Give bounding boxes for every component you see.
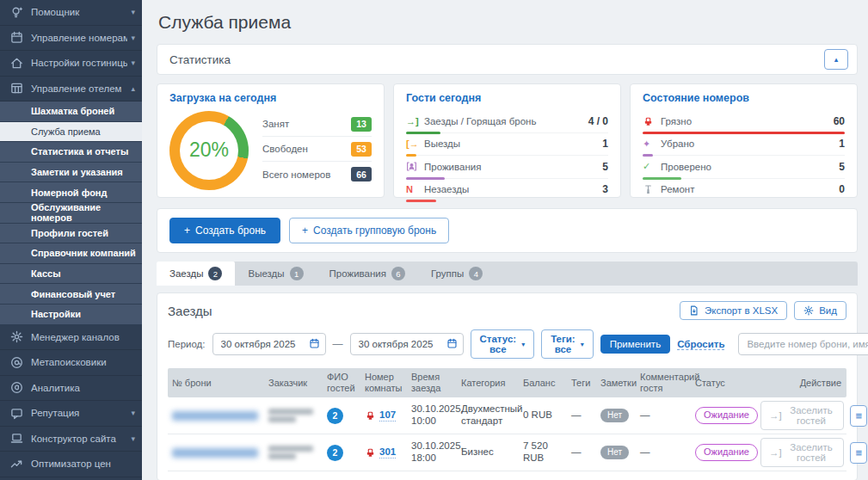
calendar-icon[interactable] <box>309 338 320 349</box>
reputation-icon <box>10 407 23 420</box>
room-number-link[interactable]: 301 <box>379 446 396 459</box>
tags-filter-label: Теги: все <box>551 334 576 354</box>
reset-filters-link[interactable]: Сбросить <box>677 339 724 350</box>
row-menu-button[interactable]: ≡ <box>850 442 867 464</box>
gear-icon <box>803 305 814 316</box>
site-builder-icon <box>10 432 23 445</box>
checkin-icon: →] <box>769 410 782 421</box>
stat-cards-row: Загрузка на сегодня 20% Занят13Свободен5… <box>157 83 858 198</box>
client-name-redacted <box>268 453 296 459</box>
sidebar-subitem[interactable]: Служба приема <box>0 122 142 143</box>
sidebar-subitem[interactable]: Обслуживание номеров <box>0 203 142 224</box>
tab-item[interactable]: Проживания6 <box>317 262 418 286</box>
search-input[interactable] <box>738 333 868 355</box>
tab-item[interactable]: Выезды1 <box>235 262 316 286</box>
stat-row: ✓Проверено5 <box>643 156 845 179</box>
sidebar-item[interactable]: Репутация▾ <box>0 401 142 427</box>
sidebar-item[interactable]: Менеджер каналов <box>0 325 142 351</box>
sidebar-submenu: Шахматка бронейСлужба приемаСтатистика и… <box>0 102 142 325</box>
guests-count-cell: 2 <box>323 441 360 465</box>
stat-row-label: Заезды / Горящая бронь <box>421 116 588 126</box>
check-in-guests-button[interactable]: →]Заселить гостей <box>760 401 844 430</box>
sidebar-item[interactable]: Оптимизатор цен <box>0 452 142 477</box>
category-cell: Бизнес <box>457 443 519 462</box>
tab-item[interactable]: Группы4 <box>418 262 496 286</box>
sidebar-subitem[interactable]: Заметки и указания <box>0 163 142 183</box>
tags-filter-dropdown[interactable]: Теги: все ▾ <box>541 329 594 359</box>
tab-active[interactable]: Заезды2 <box>157 262 235 286</box>
tab-count-badge: 6 <box>391 267 405 280</box>
rooms-state-card-title: Состояние номеров <box>643 92 845 104</box>
stat-row: NНезаезды3 <box>406 179 608 202</box>
create-group-booking-label: Создать групповую бронь <box>313 225 436 237</box>
column-header: Номер комнаты <box>360 368 407 397</box>
sidebar-item[interactable]: Настройки гостиницы▾ <box>0 51 142 77</box>
room-number-cell: 301 <box>360 443 407 463</box>
tab-count-badge: 1 <box>290 267 304 280</box>
check-in-guests-button[interactable]: →]Заселить гостей <box>760 438 844 467</box>
sidebar-subitem[interactable]: Настройки <box>0 305 142 325</box>
page-title: Служба приема <box>158 12 858 33</box>
tags-cell: — <box>567 406 596 425</box>
tab-label: Проживания <box>329 268 386 279</box>
chevron-down-icon: ▾ <box>131 434 135 443</box>
table-row: 210730.10.2025,10:00Двухместный стандарт… <box>168 397 846 434</box>
create-group-booking-button[interactable]: + Создать групповую бронь <box>289 218 449 243</box>
create-booking-button[interactable]: + Создать бронь <box>169 218 280 243</box>
column-header: Время заезда <box>407 368 457 397</box>
apply-filters-button[interactable]: Применить <box>600 335 670 354</box>
booking-number-redacted <box>172 448 258 458</box>
check-in-guests-label: Заселить гостей <box>787 442 836 463</box>
repair-icon <box>643 184 657 195</box>
sidebar-subitem[interactable]: Шахматка броней <box>0 102 142 122</box>
tab-count-badge: 4 <box>469 267 483 280</box>
sidebar-subitem[interactable]: Статистика и отчеты <box>0 142 142 163</box>
sidebar: Помощник▾Управление номерами▾Настройки г… <box>0 0 142 480</box>
rooms-state-card: Состояние номеров Грязно60✦Убрано1✓Прове… <box>630 83 858 198</box>
status-filter-label: Статус: все <box>480 334 517 354</box>
plus-icon: + <box>302 225 308 237</box>
sidebar-item[interactable]: Управление отелем▴ <box>0 77 142 102</box>
room-number-link[interactable]: 107 <box>379 409 396 422</box>
chevron-down-icon: ▾ <box>131 34 135 42</box>
stat-row: →]Заезды / Горящая бронь4 / 0 <box>406 110 608 133</box>
occupancy-legend-label: Занят <box>262 119 289 129</box>
export-xlsx-button[interactable]: Экспорт в XLSX <box>680 301 787 320</box>
sidebar-item-label: Метапоисковики <box>31 357 135 367</box>
sidebar-item[interactable]: Метапоисковики <box>0 350 142 376</box>
view-settings-label: Вид <box>819 305 837 316</box>
sidebar-item[interactable]: Конструктор сайта▾ <box>0 427 142 452</box>
category-cell: Двухместный стандарт <box>457 400 519 431</box>
chevron-up-icon: ▴ <box>131 84 135 93</box>
dirty-icon <box>365 446 376 458</box>
sidebar-subitem[interactable]: Профили гостей <box>0 224 142 244</box>
chevron-down-icon: ▾ <box>521 341 525 348</box>
row-menu-button[interactable]: ≡ <box>850 405 867 427</box>
sidebar-subitem[interactable]: Кассы <box>0 264 142 285</box>
column-header: Комментарий гостя <box>636 368 691 397</box>
notes-cell: Нет <box>596 442 636 463</box>
occupancy-legend-label: Свободен <box>262 144 308 154</box>
chevron-down-icon: ▾ <box>131 409 135 417</box>
tab-label: Заезды <box>169 268 203 279</box>
checkout-icon: [→ <box>406 138 421 149</box>
status-filter-dropdown[interactable]: Статус: все ▾ <box>471 329 535 359</box>
view-settings-button[interactable]: Вид <box>794 301 846 320</box>
sidebar-subitem[interactable]: Номерной фонд <box>0 182 142 203</box>
sidebar-item[interactable]: Помощник▾ <box>0 0 142 26</box>
sidebar-item[interactable]: Аналитика <box>0 376 142 402</box>
occupancy-count-badge: 66 <box>351 167 372 182</box>
sidebar-item[interactable]: Управление номерами▾ <box>0 26 142 52</box>
checkin-time-cell: 30.10.2025,18:00 <box>407 437 457 468</box>
assistant-icon <box>10 6 23 19</box>
sidebar-subitem[interactable]: Финансовый учет <box>0 284 142 305</box>
booking-number-cell[interactable] <box>168 408 264 424</box>
file-export-icon <box>689 305 699 316</box>
sidebar-subitem[interactable]: Справочник компаний <box>0 243 142 264</box>
calendar-icon[interactable] <box>446 338 458 349</box>
tab-label: Выезды <box>248 268 284 279</box>
booking-number-cell[interactable] <box>168 445 264 461</box>
collapse-statistics-button[interactable]: ▴ <box>824 49 848 70</box>
occupancy-donut-chart: 20% <box>169 111 249 190</box>
arrivals-table-title: Заезды <box>168 304 673 318</box>
